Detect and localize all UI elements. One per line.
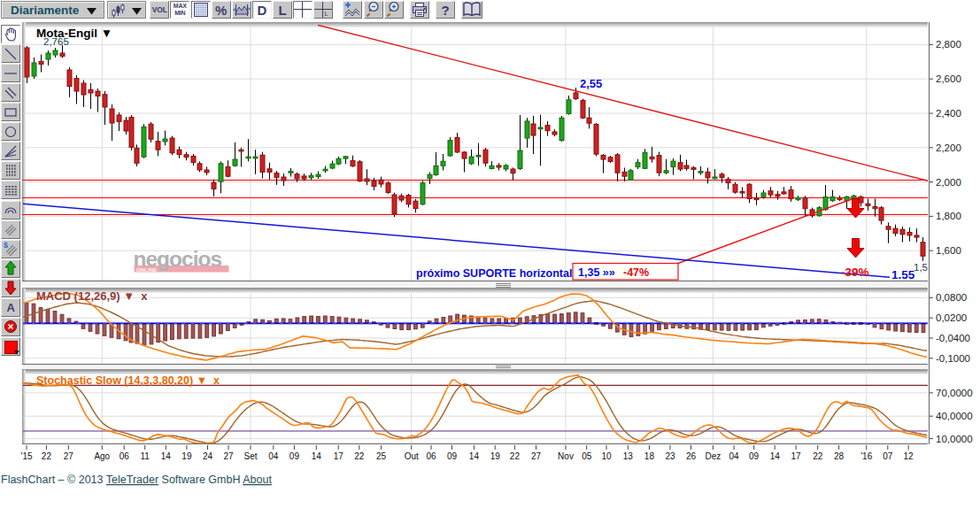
svg-text:Out: Out (405, 451, 419, 461)
svg-text:Stochastic Slow (14,3,3,80,20): Stochastic Slow (14,3,3,80,20) ▼ x (36, 374, 220, 387)
svg-text:2,55: 2,55 (580, 77, 602, 90)
svg-text:14: 14 (770, 451, 781, 461)
svg-text:27: 27 (64, 451, 74, 461)
svg-text:28: 28 (834, 451, 845, 461)
svg-text:-39%: -39% (841, 266, 869, 279)
svg-text:-0,1000: -0,1000 (936, 353, 970, 364)
svg-text:0,0200: 0,0200 (936, 312, 967, 323)
svg-text:L: L (325, 10, 328, 18)
svg-text:1.55: 1.55 (891, 268, 915, 281)
svg-text:05: 05 (582, 451, 592, 461)
svg-text:06: 06 (120, 451, 130, 461)
svg-text:Nov: Nov (558, 451, 574, 461)
svg-text:Ago: Ago (94, 451, 110, 461)
svg-text:A: A (7, 301, 16, 314)
svg-text:'16: '16 (860, 451, 872, 461)
svg-text:22: 22 (354, 451, 365, 461)
svg-text:1,35 »»: 1,35 »» (578, 266, 615, 279)
svg-text:13: 13 (623, 451, 634, 461)
svg-text:19: 19 (181, 451, 192, 461)
svg-text:'15: '15 (20, 451, 32, 461)
svg-text:-47%: -47% (623, 266, 649, 279)
svg-text:FlashChart – © 2013 TeleTrader: FlashChart – © 2013 TeleTrader Software … (1, 474, 272, 486)
svg-text:40,0000: 40,0000 (936, 411, 973, 421)
svg-text:27: 27 (531, 451, 542, 461)
svg-text:10: 10 (601, 451, 612, 461)
svg-text:1,800: 1,800 (936, 211, 961, 221)
svg-text:09: 09 (749, 451, 760, 461)
svg-text:09: 09 (289, 451, 300, 461)
svg-text:2,200: 2,200 (936, 142, 961, 153)
svg-text:MACD (12,26,9) ▼ x: MACD (12,26,9) ▼ x (36, 289, 148, 303)
svg-text:Dez: Dez (706, 451, 721, 461)
svg-text:2,000: 2,000 (936, 177, 961, 188)
svg-text:17: 17 (334, 451, 344, 461)
svg-text:26: 26 (686, 451, 697, 461)
svg-text:2,600: 2,600 (936, 73, 961, 84)
svg-text:17: 17 (791, 451, 802, 461)
svg-text:04: 04 (729, 451, 740, 461)
svg-text:25: 25 (376, 451, 387, 461)
svg-text:ONLINE: ONLINE (136, 266, 157, 273)
svg-text:1,5: 1,5 (914, 262, 928, 273)
svg-text:$: $ (4, 241, 8, 250)
svg-text:próximo SUPORTE horizontal:: próximo SUPORTE horizontal: (416, 267, 576, 280)
svg-text:22: 22 (813, 451, 823, 461)
svg-text:0,0800: 0,0800 (936, 292, 967, 303)
svg-text:27: 27 (223, 451, 234, 461)
svg-text:1,600: 1,600 (936, 245, 961, 256)
svg-text:2,400: 2,400 (936, 108, 961, 119)
svg-text:19: 19 (490, 451, 501, 461)
svg-text:-0,0400: -0,0400 (936, 333, 970, 343)
svg-text:Set: Set (243, 451, 257, 461)
svg-text:04: 04 (268, 451, 279, 461)
svg-text:07: 07 (883, 451, 893, 461)
svg-text:2,765: 2,765 (43, 36, 69, 47)
svg-text:18: 18 (644, 451, 655, 461)
svg-text:14: 14 (161, 451, 172, 461)
svg-text:09: 09 (447, 451, 458, 461)
svg-text:70,0000: 70,0000 (936, 388, 973, 398)
svg-text:2,800: 2,800 (936, 39, 961, 50)
svg-text:10,0000: 10,0000 (936, 434, 973, 444)
svg-text:23: 23 (665, 451, 675, 461)
svg-text:14: 14 (312, 451, 322, 461)
svg-text:22: 22 (510, 451, 521, 461)
svg-text:22: 22 (42, 451, 52, 461)
svg-text:12: 12 (904, 451, 914, 461)
svg-text:24: 24 (203, 451, 213, 461)
svg-text:14: 14 (469, 451, 480, 461)
svg-text:06: 06 (426, 451, 436, 461)
svg-text:11: 11 (141, 451, 150, 461)
